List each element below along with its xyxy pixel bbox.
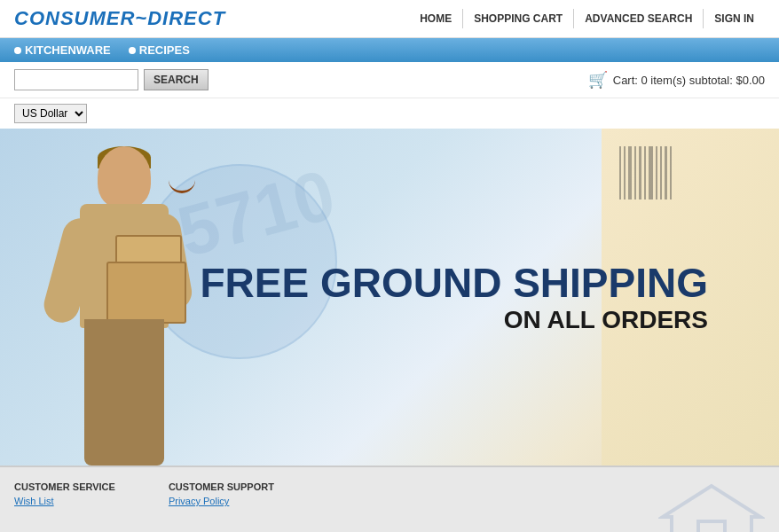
nav-dot-icon bbox=[14, 47, 21, 54]
nav-kitchenware[interactable]: KITCHENWARE bbox=[14, 43, 111, 57]
figure-package-bottom bbox=[106, 262, 186, 324]
site-logo[interactable]: CONSUMER~DIRECT bbox=[14, 7, 225, 30]
currency-selector[interactable]: US DollarEURGBP bbox=[14, 104, 87, 123]
footer-col-title-service: CUSTOMER SERVICE bbox=[14, 481, 115, 492]
top-navigation: HOME SHOPPING CART ADVANCED SEARCH SIGN … bbox=[409, 9, 765, 28]
header: CONSUMER~DIRECT HOME SHOPPING CART ADVAN… bbox=[0, 0, 779, 38]
currency-bar: US DollarEURGBP bbox=[0, 98, 779, 129]
hero-banner: 5710 FREE GROUND SHIPPING ON ALL ORDERS bbox=[0, 129, 779, 466]
category-navigation: KITCHENWARE RECIPES bbox=[0, 38, 779, 62]
footer-house-icon bbox=[658, 481, 765, 532]
footer-privacy-policy-link[interactable]: Privacy Policy bbox=[169, 496, 274, 506]
nav-recipes[interactable]: RECIPES bbox=[129, 43, 190, 57]
figure-head bbox=[98, 146, 151, 208]
banner-text: FREE GROUND SHIPPING ON ALL ORDERS bbox=[200, 261, 708, 334]
nav-sign-in[interactable]: SIGN IN bbox=[703, 9, 765, 28]
banner-subline: ON ALL ORDERS bbox=[200, 305, 708, 333]
footer-customer-service: CUSTOMER SERVICE Wish List bbox=[14, 481, 115, 506]
cart-text: Cart: 0 item(s) subtotal: $0.00 bbox=[613, 74, 765, 87]
nav-home[interactable]: HOME bbox=[409, 9, 462, 28]
cart-icon: 🛒 bbox=[588, 70, 608, 90]
search-button[interactable]: SEARCH bbox=[144, 69, 209, 90]
figure-smile bbox=[169, 180, 195, 193]
nav-shopping-cart[interactable]: SHOPPING CART bbox=[462, 9, 573, 28]
figure-legs bbox=[84, 319, 164, 466]
footer-wish-list-link[interactable]: Wish List bbox=[14, 496, 115, 506]
footer-col-title-support: CUSTOMER SUPPORT bbox=[169, 481, 274, 492]
nav-advanced-search[interactable]: ADVANCED SEARCH bbox=[573, 9, 703, 28]
footer-customer-support: CUSTOMER SUPPORT Privacy Policy bbox=[169, 481, 274, 506]
banner-headline: FREE GROUND SHIPPING bbox=[200, 261, 708, 306]
footer-logo bbox=[658, 481, 765, 532]
cart-area[interactable]: 🛒 Cart: 0 item(s) subtotal: $0.00 bbox=[588, 70, 765, 90]
nav-dot-icon bbox=[129, 47, 136, 54]
svg-marker-0 bbox=[663, 486, 760, 532]
search-input[interactable] bbox=[14, 69, 138, 90]
delivery-person-figure bbox=[35, 146, 213, 466]
search-bar: SEARCH 🛒 Cart: 0 item(s) subtotal: $0.00 bbox=[0, 62, 779, 98]
barcode-lines bbox=[602, 129, 779, 217]
footer: CUSTOMER SERVICE Wish List CUSTOMER SUPP… bbox=[0, 466, 779, 532]
search-left: SEARCH bbox=[14, 69, 209, 90]
